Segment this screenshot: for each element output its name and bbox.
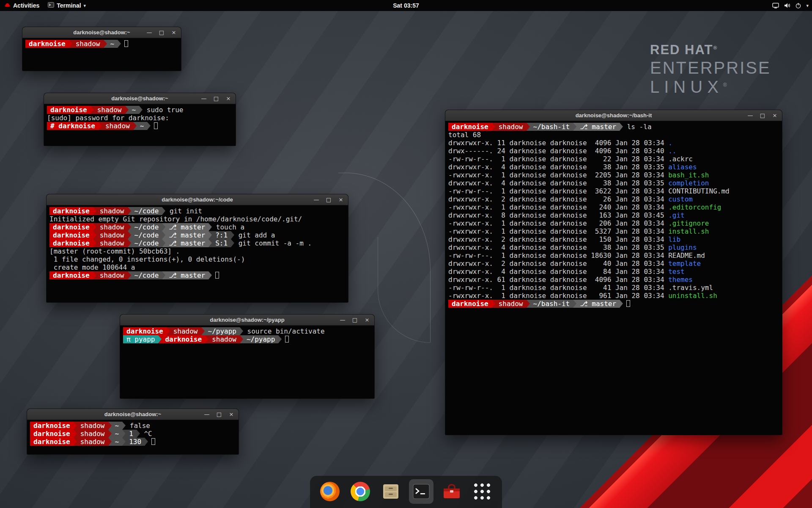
prompt-segment: darknoise: [49, 271, 93, 279]
close-button[interactable]: ×: [225, 95, 231, 102]
prompt-segment: shadow: [495, 123, 527, 131]
minimize-button[interactable]: —: [146, 29, 152, 36]
prompt-segment: shadow: [96, 271, 128, 279]
prompt-segment: ⎇ master: [165, 223, 208, 231]
terminal-cursor: [124, 40, 128, 47]
prompt-segment: ~: [107, 40, 118, 48]
window-titlebar[interactable]: darknoise@shadow:~/pyapp — □ ×: [120, 315, 374, 326]
terminal-line: Initialized empty Git repository in /hom…: [49, 215, 345, 223]
powerline-arrow: [573, 123, 576, 131]
minimize-button[interactable]: —: [747, 112, 753, 119]
powerline-arrow: [139, 106, 143, 114]
powerline-arrow: [158, 335, 162, 343]
window-titlebar[interactable]: darknoise@shadow:~ — □ ×: [22, 27, 181, 38]
terminal-text: drwxrwxr-x. 61 darknoise darknoise 4096 …: [448, 276, 668, 284]
terminal-content[interactable]: darknoiseshadow~: [22, 38, 181, 50]
powerline-arrow: [573, 300, 576, 308]
powerline-arrow: [74, 422, 77, 430]
powerline-arrow: [620, 123, 623, 131]
maximize-button[interactable]: □: [159, 29, 165, 36]
terminal-line: darknoiseshadow~/code⎇ master touch a: [49, 223, 345, 231]
rhel-brand-logo: RED HAT® ENTERPRISE LINUX®: [650, 42, 771, 97]
terminal-content[interactable]: darknoiseshadow~/pyapp source bin/activa…: [120, 326, 374, 345]
firefox-icon[interactable]: [318, 479, 342, 504]
maximize-button[interactable]: □: [216, 411, 222, 417]
powerline-arrow: [208, 231, 212, 239]
clock[interactable]: Sat 03:57: [0, 2, 812, 9]
terminal-text: source bin/activate: [243, 327, 325, 335]
close-button[interactable]: ×: [772, 112, 778, 119]
toolbox-icon[interactable]: [439, 479, 464, 504]
powerline-arrow: [128, 207, 131, 215]
maximize-button[interactable]: □: [352, 317, 358, 323]
terminal-text: git add a: [234, 231, 275, 239]
prompt-segment: S:1: [212, 239, 231, 247]
terminal-line: 1 file changed, 0 insertions(+), 0 delet…: [49, 255, 345, 263]
window-title: darknoise@shadow:~/bash-it: [445, 112, 782, 119]
chevron-down-icon: ▾: [806, 3, 809, 8]
terminal-line: darknoiseshadow~/code⎇ masterS:1 git com…: [49, 239, 345, 247]
powerline-arrow: [122, 422, 126, 430]
powerline-arrow: [122, 438, 126, 446]
terminal-content[interactable]: darknoiseshadow~/bash-it⎇ master ls -lat…: [445, 121, 782, 309]
powerline-arrow: [91, 106, 94, 114]
maximize-button[interactable]: □: [326, 196, 332, 203]
terminal-cursor: [285, 336, 289, 342]
minimize-button[interactable]: —: [313, 196, 319, 203]
power-icon: [795, 3, 801, 9]
minimize-button[interactable]: —: [204, 411, 210, 417]
powerline-arrow: [492, 123, 495, 131]
terminal-content[interactable]: darknoiseshadow~ sudo true[sudo] passwor…: [44, 104, 236, 132]
maximize-button[interactable]: □: [760, 112, 765, 119]
minimize-button[interactable]: —: [201, 95, 207, 102]
powerline-arrow: [527, 300, 530, 308]
terminal-content[interactable]: darknoiseshadow~ falsedarknoiseshadow~1 …: [27, 420, 239, 447]
prompt-segment: shadow: [170, 327, 201, 335]
app-grid-icon[interactable]: [470, 479, 494, 504]
terminal-content[interactable]: darknoiseshadow~/code git initInitialize…: [47, 205, 348, 281]
minimize-button[interactable]: —: [340, 317, 346, 323]
terminal-line: darknoiseshadow~/bash-it⎇ master: [448, 300, 779, 308]
window-titlebar[interactable]: darknoise@shadow:~/bash-it — □ ×: [445, 110, 782, 121]
close-button[interactable]: ×: [171, 29, 177, 36]
terminal-text: README.md: [668, 251, 705, 260]
close-button[interactable]: ×: [364, 317, 370, 323]
prompt-segment: ~: [112, 438, 123, 446]
terminal-text: -rw-rw-r--. 1 darknoise darknoise 41 Jan…: [448, 284, 668, 292]
terminal-line: # darknoiseshadow~: [47, 122, 233, 130]
chrome-icon[interactable]: [348, 479, 373, 504]
terminal-text: bash_it.sh: [668, 171, 709, 179]
powerline-arrow: [162, 223, 165, 231]
powerline-arrow: [208, 223, 212, 231]
close-button[interactable]: ×: [338, 196, 344, 203]
powerline-arrow: [133, 122, 137, 130]
prompt-segment: darknoise: [49, 239, 93, 247]
files-icon[interactable]: [379, 479, 403, 504]
terminal-text: total 68: [448, 131, 481, 139]
terminal-text: .editorconfig: [668, 203, 721, 211]
powerline-arrow: [162, 271, 165, 279]
prompt-segment: darknoise: [47, 106, 91, 114]
window-titlebar[interactable]: darknoise@shadow:~/code — □ ×: [47, 194, 348, 205]
terminal-text: uninstall.sh: [668, 292, 717, 300]
maximize-button[interactable]: □: [213, 95, 219, 102]
prompt-segment: ⎇ master: [576, 300, 620, 308]
window-titlebar[interactable]: darknoise@shadow:~ — □ ×: [27, 409, 239, 420]
terminal-line: create mode 100644 a: [49, 263, 345, 271]
terminal-text: -rwxrwxr-x. 1 darknoise darknoise 5327 J…: [448, 227, 668, 235]
powerline-arrow: [128, 271, 131, 279]
prompt-segment: darknoise: [49, 223, 93, 231]
window-titlebar[interactable]: darknoise@shadow:~ — □ ×: [44, 93, 236, 104]
terminal-line: darknoiseshadow~/code git init: [49, 207, 345, 215]
powerline-arrow: [620, 300, 623, 308]
prompt-segment: darknoise: [448, 123, 492, 131]
prompt-segment: darknoise: [25, 40, 69, 48]
terminal-line: drwxrwxr-x. 4 darknoise darknoise 38 Jan…: [448, 179, 779, 187]
system-status-area[interactable]: ▾: [772, 0, 809, 11]
prompt-segment: shadow: [96, 223, 128, 231]
terminal-text: drwxrwxr-x. 2 darknoise darknoise 150 Ja…: [448, 235, 668, 243]
terminal-icon[interactable]: [409, 479, 433, 504]
terminal-text: template: [668, 260, 701, 268]
terminal-text: drwxrwxr-x. 4 darknoise darknoise 84 Jan…: [448, 268, 668, 276]
close-button[interactable]: ×: [228, 411, 234, 417]
